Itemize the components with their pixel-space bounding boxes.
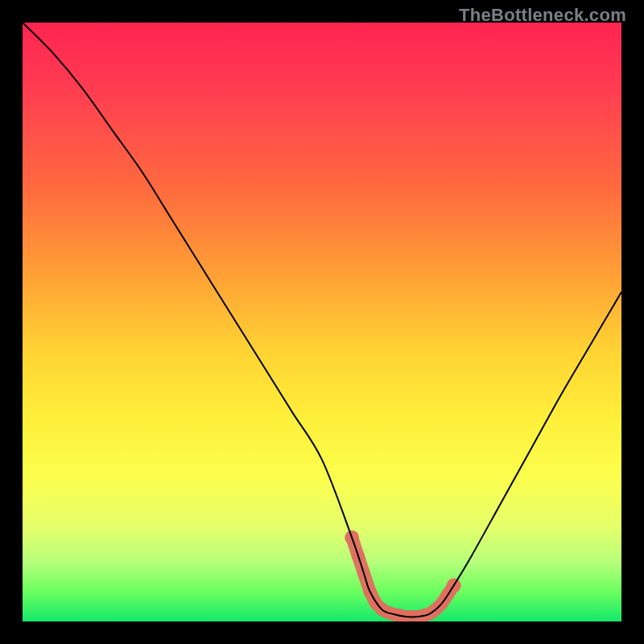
bottleneck-chart: TheBottleneck.com	[0, 0, 644, 644]
plot-area	[23, 23, 621, 621]
highlight-band	[345, 530, 460, 617]
watermark-text: TheBottleneck.com	[459, 5, 626, 26]
bottleneck-curve	[23, 23, 621, 617]
curve-layer	[23, 23, 621, 621]
